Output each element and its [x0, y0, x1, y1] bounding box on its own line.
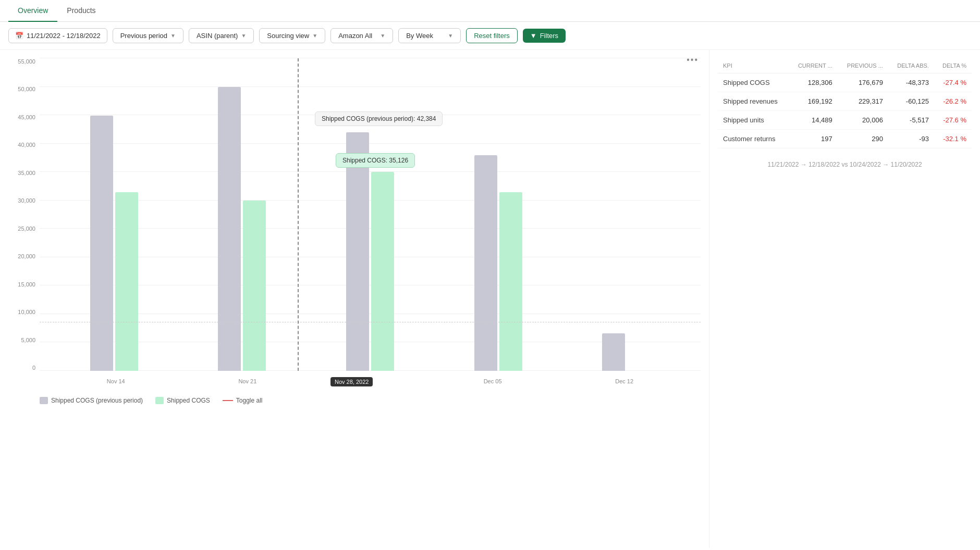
legend-prev-swatch: [40, 397, 48, 404]
prev-bar-dec12: [602, 333, 625, 371]
kpi-row-current: 14,489: [789, 111, 838, 130]
tab-products[interactable]: Products: [57, 0, 105, 22]
legend-curr-label: Shipped COGS: [167, 397, 210, 404]
kpi-row-current: 197: [789, 130, 838, 148]
kpi-row: Shipped revenues 169,192 229,317 -60,125…: [718, 92, 972, 111]
y-axis: 0 5,000 10,000 15,000 20,000 25,000 30,0…: [8, 58, 40, 371]
grouping-dropdown[interactable]: ASIN (parent) ▼: [189, 28, 254, 43]
chevron-down-icon: ▼: [380, 33, 385, 39]
curr-bar-dec05: [499, 192, 522, 371]
y-label-5k: 5,000: [8, 337, 40, 343]
comparison-dropdown[interactable]: Previous period ▼: [113, 28, 183, 43]
kpi-row-delta-pct: -27.6 %: [934, 111, 972, 130]
legend-prev-cogs: Shipped COGS (previous period): [40, 397, 143, 404]
y-label-50k: 50,000: [8, 86, 40, 92]
prev-bar-nov28: [346, 132, 369, 371]
legend-curr-cogs: Shipped COGS: [155, 397, 210, 404]
legend-prev-label: Shipped COGS (previous period): [51, 397, 143, 404]
calendar-icon: 📅: [15, 32, 23, 40]
kpi-panel: KPI CURRENT ... PREVIOUS ... DELTA ABS. …: [709, 50, 980, 548]
filters-button[interactable]: ▼ Filters: [523, 29, 566, 43]
y-label-10k: 10,000: [8, 309, 40, 315]
x-label-nov21: Nov 21: [238, 378, 256, 384]
chart-legend: Shipped COGS (previous period) Shipped C…: [8, 392, 701, 404]
marketplace-label: Amazon All: [338, 32, 372, 40]
kpi-row-previous: 176,679: [838, 73, 888, 92]
period-dropdown[interactable]: By Week ▼: [398, 28, 461, 43]
marketplace-dropdown[interactable]: Amazon All ▼: [330, 28, 393, 43]
y-label-25k: 25,000: [8, 226, 40, 232]
kpi-row-name: Shipped units: [718, 111, 789, 130]
kpi-col-current: CURRENT ...: [789, 58, 838, 73]
kpi-row-previous: 290: [838, 130, 888, 148]
chevron-down-icon: ▼: [448, 33, 453, 39]
legend-line-icon: [223, 400, 233, 401]
prev-bar-nov14: [90, 116, 113, 371]
y-label-35k: 35,000: [8, 170, 40, 176]
kpi-row-current: 128,306: [789, 73, 838, 92]
kpi-row-name: Shipped revenues: [718, 92, 789, 111]
bar-group-nov14: [90, 116, 138, 371]
kpi-row-delta-abs: -48,373: [888, 73, 934, 92]
tooltip-prev: Shipped COGS (previous period): 42,384: [315, 111, 443, 126]
kpi-table: KPI CURRENT ... PREVIOUS ... DELTA ABS. …: [718, 58, 972, 148]
view-label: Sourcing view: [267, 32, 309, 40]
kpi-row-previous: 20,006: [838, 111, 888, 130]
kpi-row: Shipped units 14,489 20,006 -5,517 -27.6…: [718, 111, 972, 130]
kpi-col-previous: PREVIOUS ...: [838, 58, 888, 73]
kpi-row-name: Customer returns: [718, 130, 789, 148]
prev-bar-dec05: [474, 155, 497, 371]
avg-line: [40, 322, 701, 322]
tab-bar: Overview Products: [0, 0, 980, 22]
chevron-down-icon: ▼: [312, 33, 317, 39]
x-label-dec12: Dec 12: [615, 378, 633, 384]
chevron-down-icon: ▼: [241, 33, 246, 39]
filters-bar: 📅 11/21/2022 - 12/18/2022 Previous perio…: [0, 22, 980, 50]
chevron-down-icon: ▼: [170, 33, 176, 39]
y-label-15k: 15,000: [8, 281, 40, 288]
kpi-row-name: Shipped COGS: [718, 73, 789, 92]
kpi-row-delta-abs: -93: [888, 130, 934, 148]
kpi-row: Customer returns 197 290 -93 -32.1 %: [718, 130, 972, 148]
curr-bar-nov21: [243, 201, 266, 371]
curr-bar-nov28: [371, 172, 394, 371]
legend-curr-swatch: [155, 397, 164, 404]
date-range-filter[interactable]: 📅 11/21/2022 - 12/18/2022: [8, 28, 107, 43]
active-date-label: Nov 28, 2022: [330, 377, 373, 386]
grouping-label: ASIN (parent): [197, 32, 238, 40]
y-label-0: 0: [8, 365, 40, 371]
kpi-header-row: KPI CURRENT ... PREVIOUS ... DELTA ABS. …: [718, 58, 972, 73]
reset-filters-button[interactable]: Reset filters: [466, 28, 518, 43]
prev-bar-nov21: [218, 87, 241, 371]
y-label-40k: 40,000: [8, 142, 40, 148]
kpi-row-current: 169,192: [789, 92, 838, 111]
y-label-45k: 45,000: [8, 114, 40, 120]
bar-group-dec12: [602, 333, 650, 371]
kpi-col-delta-pct: DELTA %: [934, 58, 972, 73]
kpi-row-delta-pct: -26.2 %: [934, 92, 972, 111]
date-range-value: 11/21/2022 - 12/18/2022: [27, 32, 101, 40]
tab-overview[interactable]: Overview: [8, 0, 57, 22]
comparison-label: Previous period: [120, 32, 167, 40]
period-label: By Week: [406, 32, 433, 40]
x-label-nov14: Nov 14: [107, 378, 125, 384]
kpi-date-range-note: 11/21/2022 → 12/18/2022 vs 10/24/2022 → …: [718, 161, 972, 168]
curr-bar-nov14: [115, 192, 138, 371]
bar-group-nov28: Shipped COGS (previous period): 42,384 S…: [346, 132, 394, 371]
bar-group-nov21: [218, 87, 266, 371]
x-label-dec05: Dec 05: [484, 378, 502, 384]
y-label-20k: 20,000: [8, 253, 40, 259]
bar-group-dec05: [474, 155, 522, 371]
kpi-col-name: KPI: [718, 58, 789, 73]
kpi-row-delta-abs: -60,125: [888, 92, 934, 111]
y-label-30k: 30,000: [8, 197, 40, 204]
chart-container: 0 5,000 10,000 15,000 20,000 25,000 30,0…: [8, 58, 701, 392]
bars-area: Shipped COGS (previous period): 42,384 S…: [40, 58, 701, 371]
legend-toggle-label: Toggle all: [236, 397, 263, 404]
chart-plot: Shipped COGS (previous period): 42,384 S…: [40, 58, 701, 371]
main-content: ••• 0 5,000 10,000 15,000 20,000 25,000 …: [0, 50, 980, 548]
kpi-row-previous: 229,317: [838, 92, 888, 111]
legend-toggle-all[interactable]: Toggle all: [223, 397, 263, 404]
view-dropdown[interactable]: Sourcing view ▼: [259, 28, 325, 43]
kpi-row-delta-pct: -32.1 %: [934, 130, 972, 148]
